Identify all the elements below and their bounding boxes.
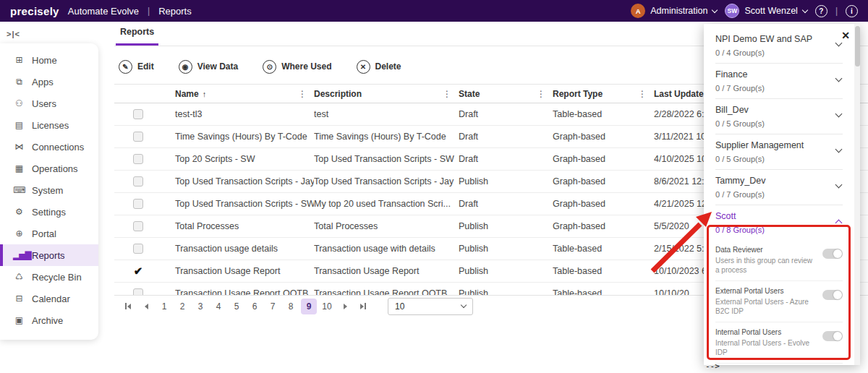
cell-state: Draft [459, 199, 553, 209]
sidebar-item-home[interactable]: ⊞ Home [0, 49, 98, 71]
group-name: Bill_Dev [715, 105, 830, 115]
page-button-8[interactable]: 8 [283, 299, 299, 314]
cell-report-type: Graph-based [553, 176, 654, 186]
cell-name: Top Used Transaction Scripts - SW [161, 199, 314, 209]
group-item-description: Users in this group can review a process [715, 256, 818, 275]
scrollbar-thumb[interactable] [855, 26, 860, 67]
column-menu-icon[interactable]: ⋮ [537, 89, 553, 99]
page-button-3[interactable]: 3 [192, 299, 208, 314]
page-button-1[interactable]: 1 [156, 299, 172, 314]
cell-description: Transaction Usage Report [314, 266, 459, 276]
row-checkbox[interactable] [133, 176, 143, 186]
header-state[interactable]: State ⋮ [459, 89, 553, 99]
row-checkbox[interactable] [133, 288, 143, 295]
cell-state: Draft [459, 109, 553, 119]
administration-menu[interactable]: A Administration [631, 4, 717, 18]
page-button-6[interactable]: 6 [247, 299, 263, 314]
group-name: Scott [715, 211, 830, 221]
column-menu-icon[interactable]: ⋮ [443, 89, 459, 99]
group-name: Finance [715, 69, 830, 80]
cell-name: test-tl3 [161, 109, 314, 119]
toolbar-button-label: View Data [197, 61, 238, 72]
cell-name: Transaction Usage Report OOTB [161, 288, 314, 295]
sidebar-item-reports[interactable]: ▂▅▇ Reports [0, 244, 98, 266]
toggle-switch[interactable] [822, 290, 843, 300]
panel-scrollbar[interactable] [854, 24, 860, 365]
next-page-button[interactable] [337, 299, 353, 314]
close-icon[interactable]: ✕ [841, 30, 850, 40]
group-row-bill-dev[interactable]: Bill_Dev 0 / 5 Group(s) [715, 99, 843, 134]
sidebar-item-licenses[interactable]: ▤ Licenses [0, 114, 98, 136]
sidebar-item-apps[interactable]: ⧉ Apps [0, 71, 98, 93]
group-count: 0 / 7 Group(s) [715, 190, 830, 199]
column-menu-icon[interactable]: ⋮ [638, 89, 654, 99]
page-button-5[interactable]: 5 [229, 299, 244, 314]
prev-page-button[interactable] [138, 299, 154, 314]
page-button-7[interactable]: 7 [265, 299, 281, 314]
page-button-2[interactable]: 2 [174, 299, 190, 314]
group-count: 0 / 5 Group(s) [715, 155, 830, 163]
row-checkbox[interactable] [133, 199, 143, 209]
toolbar-button-delete[interactable]: ✕ Delete [357, 59, 401, 74]
group-row-tammy-dev[interactable]: Tammy_Dev 0 / 7 Group(s) [715, 170, 843, 205]
toolbar-button-view-data[interactable]: ◉ View Data [179, 59, 238, 74]
sidebar-item-connections[interactable]: ⋈ Connections [0, 136, 98, 158]
header-description[interactable]: Description ⋮ [314, 89, 459, 99]
last-page-button[interactable] [355, 299, 371, 314]
sidebar-item-label: Licenses [32, 120, 69, 131]
group-row-supplier-management[interactable]: Supplier Management 0 / 5 Group(s) [715, 134, 843, 170]
group-item-description: Internal Portal Users - Evolve IDP [715, 338, 818, 357]
column-menu-icon[interactable]: ⋮ [298, 89, 314, 99]
toolbar-button-label: Where Used [281, 61, 331, 72]
sidebar-collapse-icon[interactable]: >|< [7, 30, 20, 38]
page-size-select[interactable]: 10 [388, 298, 473, 315]
group-row-npi-demo-ew-and-sap[interactable]: NPI Demo EW and SAP 0 / 4 Group(s) [715, 28, 843, 64]
chevron-down-icon [712, 7, 718, 12]
first-page-button[interactable] [120, 299, 136, 314]
topbar-divider: | [835, 6, 838, 16]
help-icon[interactable]: ? [815, 5, 827, 17]
sidebar-item-settings[interactable]: ⚙ Settings [0, 201, 98, 223]
row-checkbox[interactable]: ✔ [133, 266, 143, 276]
row-checkbox[interactable] [133, 132, 143, 142]
sidebar: ⊞ Home ⧉ Apps ⚇ Users ▤ Licenses ⋈ Conne… [0, 43, 98, 340]
row-checkbox[interactable] [133, 221, 143, 231]
toggle-switch[interactable] [822, 249, 843, 259]
header-name[interactable]: Name ↑ ⋮ [161, 89, 314, 99]
page-button-4[interactable]: 4 [210, 299, 226, 314]
group-row-finance[interactable]: Finance 0 / 7 Group(s) [715, 64, 843, 99]
page-size-value: 10 [395, 301, 404, 312]
sidebar-item-archive[interactable]: ▣ Archive [0, 309, 98, 331]
info-icon[interactable]: i [846, 5, 858, 17]
group-name: Supplier Management [715, 140, 830, 150]
sidebar-item-portal[interactable]: ⊕ Portal [0, 223, 98, 244]
row-checkbox[interactable] [133, 244, 143, 254]
cell-state: Draft [459, 132, 553, 142]
page-button-9[interactable]: 9 [301, 299, 317, 314]
user-menu[interactable]: SW Scott Wenzel [725, 4, 807, 18]
group-members-list: Data Reviewer Users in this group can re… [715, 240, 843, 365]
sidebar-item-calendar[interactable]: ⊟ Calendar [0, 288, 98, 309]
sidebar-item-system[interactable]: ⌨ System [0, 179, 98, 201]
header-report-type[interactable]: Report Type ⋮ [553, 89, 654, 99]
row-checkbox[interactable] [133, 109, 143, 119]
group-item-internal-portal-users: Internal Portal Users Internal Portal Us… [715, 322, 843, 364]
portal-icon: ⊕ [13, 228, 25, 239]
toolbar-button-edit[interactable]: ✎ Edit [119, 59, 154, 74]
cell-state: Publish [459, 266, 553, 276]
sidebar-item-recycle-bin[interactable]: ♺ Recycle Bin [0, 266, 98, 288]
row-checkbox[interactable] [133, 154, 143, 164]
toggle-switch[interactable] [822, 331, 843, 341]
group-row-scott[interactable]: Scott 0 / 8 Group(s) [715, 205, 843, 240]
toolbar-button-where-used[interactable]: ⊙ Where Used [263, 59, 331, 74]
tab-reports[interactable]: Reports [116, 27, 158, 46]
cell-report-type: Table-based [553, 244, 654, 254]
sidebar-item-users[interactable]: ⚇ Users [0, 93, 98, 114]
page-button-10[interactable]: 10 [319, 299, 335, 314]
groups-panel: ✕ NPI Demo EW and SAP 0 / 4 Group(s) Fin… [704, 24, 860, 365]
group-count: 0 / 8 Group(s) [715, 226, 830, 234]
toolbar-button-label: Edit [137, 61, 154, 72]
cell-description: test [314, 109, 459, 119]
group-name: NPI Demo EW and SAP [715, 34, 830, 44]
sidebar-item-operations[interactable]: ▦ Operations [0, 158, 98, 179]
